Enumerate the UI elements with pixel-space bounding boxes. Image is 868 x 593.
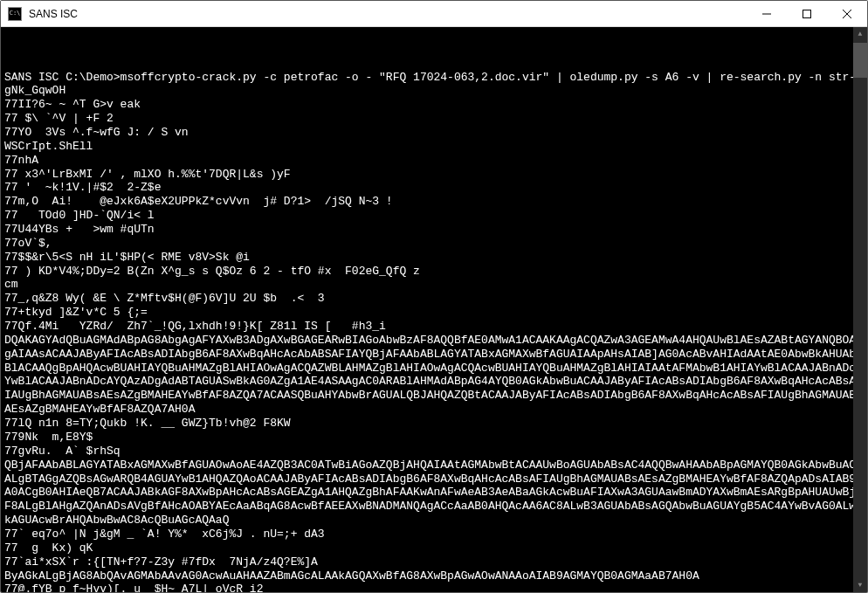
maximize-button[interactable] xyxy=(787,1,827,26)
close-button[interactable] xyxy=(827,1,867,26)
terminal-area[interactable]: SANS ISC C:\Demo>msoffcrypto-crack.py -c… xyxy=(1,27,867,592)
application-window: C:\ SANS ISC SANS ISC C:\Demo>msoffcrypt… xyxy=(0,0,868,593)
vertical-scrollbar[interactable] xyxy=(853,27,867,592)
terminal-output: SANS ISC C:\Demo>msoffcrypto-crack.py -c… xyxy=(4,57,864,592)
window-title: SANS ISC xyxy=(29,8,747,20)
minimize-button[interactable] xyxy=(747,1,787,26)
app-icon-glyph: C:\ xyxy=(10,10,21,17)
app-icon: C:\ xyxy=(8,7,22,21)
scrollbar-arrow-up-icon[interactable] xyxy=(853,27,867,41)
scrollbar-thumb[interactable] xyxy=(853,43,867,78)
svg-rect-1 xyxy=(803,10,811,17)
scrollbar-arrow-down-icon[interactable] xyxy=(853,578,867,592)
window-controls xyxy=(747,1,867,26)
titlebar[interactable]: C:\ SANS ISC xyxy=(1,1,867,27)
